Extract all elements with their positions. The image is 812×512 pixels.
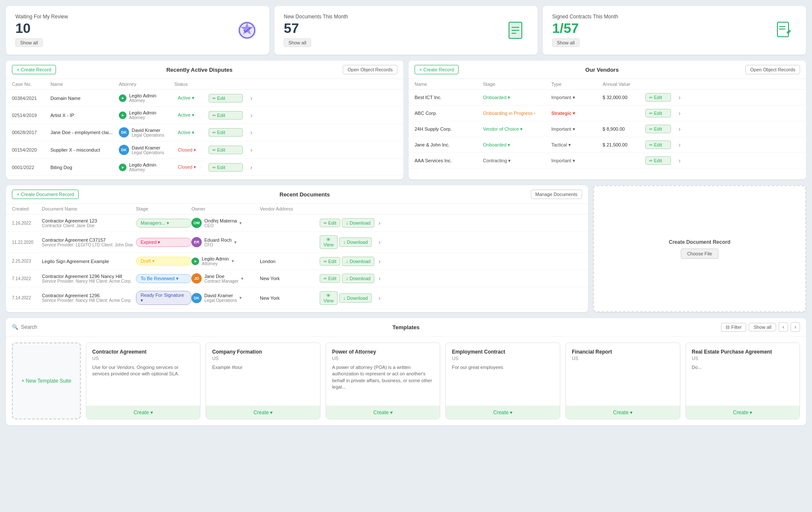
templates-show-all-btn[interactable]: Show all — [749, 323, 776, 331]
new-template-suite[interactable]: + New Template Suite — [12, 342, 81, 419]
expand-button[interactable]: › — [671, 94, 688, 101]
status-badge[interactable]: Active ▾ — [174, 94, 209, 102]
table-row: 1.16.2022 Contractor Agreement 123 Contr… — [6, 214, 588, 232]
disputes-open-records-btn[interactable]: Open Object Records — [343, 65, 397, 74]
template-create-btn[interactable]: Create ▾ — [446, 406, 560, 419]
docs-col-headers: Created Document Name Stage Owner Vendor… — [6, 204, 588, 214]
download-button[interactable]: Download — [342, 274, 374, 283]
stat-docs-showall[interactable]: Show all — [284, 38, 311, 47]
download-button[interactable]: Download — [339, 293, 372, 303]
vendors-open-records-btn[interactable]: Open Object Records — [745, 65, 800, 74]
expand-button[interactable]: › — [371, 239, 388, 246]
edit-button[interactable]: Edit — [209, 94, 243, 102]
expand-button[interactable]: › — [243, 146, 260, 153]
edit-button[interactable]: Edit — [320, 219, 340, 227]
owner-expand[interactable]: ▾ — [239, 220, 242, 226]
edit-button[interactable]: Edit — [209, 163, 243, 172]
vendor-stage[interactable]: Vendor of Choice ▾ — [483, 126, 551, 132]
edit-button[interactable]: Edit — [645, 93, 671, 102]
template-create-btn[interactable]: Create ▾ — [686, 406, 800, 419]
docs-create-btn[interactable]: + Create Document Record — [12, 190, 79, 199]
choose-file-btn[interactable]: Choose File — [681, 249, 719, 259]
expand-button[interactable]: › — [371, 219, 388, 226]
doc-stage[interactable]: To Be Reviewed ▾ — [136, 274, 191, 283]
view-button[interactable]: 👁 View — [320, 235, 338, 249]
expand-button[interactable]: › — [671, 157, 688, 164]
edit-button[interactable]: Edit — [645, 125, 671, 133]
doc-stage[interactable]: Managers... ▾ — [136, 219, 191, 228]
vendor-type[interactable]: Important ▾ — [551, 158, 603, 164]
vendor-type[interactable]: Important ▾ — [551, 126, 603, 132]
expand-button[interactable]: › — [243, 95, 260, 102]
template-create-btn[interactable]: Create ▾ — [86, 406, 200, 419]
stat-signed-label: Signed Contracts This Month — [552, 14, 618, 20]
edit-button[interactable]: Edit — [209, 146, 243, 154]
dispute-name: Jane Doe - employment clai... — [50, 130, 119, 135]
doc-stage[interactable]: Expired ▾ — [136, 238, 191, 247]
expand-button[interactable]: › — [371, 258, 388, 265]
table-row: AAA Services Inc. Contracting ▾ Importan… — [409, 153, 806, 169]
download-icon — [346, 220, 348, 226]
expand-button[interactable]: › — [243, 112, 260, 119]
stat-waiting-showall[interactable]: Show all — [15, 38, 43, 47]
templates-next-btn[interactable]: › — [791, 322, 800, 332]
vendor-stage[interactable]: Onboarded ▾ — [483, 95, 551, 100]
filter-button[interactable]: ⊟ Filter — [721, 323, 746, 332]
avatar: OM — [191, 218, 202, 228]
expand-button[interactable]: › — [371, 275, 388, 282]
template-country: US — [572, 356, 674, 361]
template-create-btn[interactable]: Create ▾ — [206, 406, 320, 419]
template-body: Financial Report US — [566, 343, 680, 406]
owner-expand[interactable]: ▾ — [241, 276, 244, 281]
status-badge[interactable]: Active ▾ — [174, 111, 209, 119]
vendor-type[interactable]: Important ▾ — [551, 95, 603, 100]
action-cell: Edit Download — [320, 218, 371, 228]
col-case-no: Case No. — [12, 82, 50, 87]
docs-manage-btn[interactable]: Manage Documents — [531, 190, 582, 199]
edit-button[interactable]: Edit — [209, 111, 243, 120]
expand-button[interactable]: › — [243, 164, 260, 171]
edit-button[interactable]: Edit — [320, 257, 340, 266]
expand-button[interactable]: › — [671, 141, 688, 148]
vendor-stage[interactable]: Onboarded ▾ — [483, 142, 551, 148]
template-create-btn[interactable]: Create ▾ — [326, 406, 440, 419]
new-suite-label: + New Template Suite — [21, 378, 71, 384]
owner-cell: Legito Admin Attorney ▾ — [191, 256, 260, 266]
template-desc: For our great employees — [452, 364, 554, 371]
download-button[interactable]: Download — [342, 257, 374, 266]
vendors-create-btn[interactable]: + Create Record — [415, 65, 459, 74]
download-button[interactable]: Download — [342, 218, 374, 228]
edit-button[interactable]: Edit — [645, 140, 671, 149]
templates-prev-btn[interactable]: ‹ — [779, 322, 788, 332]
disputes-table: Case No. Name Attorney Status 00384/2021… — [6, 79, 403, 179]
owner-cell: OM Ondřej Materna CEO ▾ — [191, 218, 260, 228]
vendor-stage[interactable]: Contracting ▾ — [483, 158, 551, 164]
view-button[interactable]: 👁 View — [320, 291, 338, 305]
doc-stage[interactable]: Ready For Signature ▾ — [136, 291, 191, 305]
expand-button[interactable]: › — [243, 129, 260, 136]
expand-button[interactable]: › — [371, 295, 388, 301]
owner-expand[interactable]: ▾ — [239, 295, 242, 301]
edit-button[interactable]: Edit — [209, 128, 243, 137]
owner-expand[interactable]: ▾ — [232, 258, 234, 264]
status-badge[interactable]: Closed ▾ — [174, 164, 209, 171]
vendor-name: Jane & John Inc. — [415, 142, 483, 147]
create-doc-label: Create Document Record — [669, 239, 730, 245]
owner-expand[interactable]: ▾ — [234, 240, 237, 245]
status-badge[interactable]: Closed ▾ — [174, 146, 209, 154]
vendor-type[interactable]: Strategic ▾ — [551, 111, 603, 116]
stat-signed-showall[interactable]: Show all — [552, 38, 580, 47]
download-button[interactable]: Download — [339, 237, 372, 247]
edit-button[interactable]: Edit — [645, 156, 671, 165]
search-input[interactable] — [21, 324, 89, 330]
vendor-type[interactable]: Tactical ▾ — [551, 142, 603, 148]
edit-button[interactable]: Edit — [320, 274, 340, 283]
disputes-create-btn[interactable]: + Create Record — [12, 65, 56, 74]
edit-button[interactable]: Edit — [645, 109, 671, 117]
expand-button[interactable]: › — [671, 110, 688, 117]
expand-button[interactable]: › — [671, 126, 688, 132]
doc-stage[interactable]: Draft ▾ — [136, 257, 191, 266]
template-create-btn[interactable]: Create ▾ — [566, 406, 680, 419]
vendor-stage[interactable]: Onboarding in Progress › — [483, 111, 551, 116]
status-badge[interactable]: Active ▾ — [174, 129, 209, 136]
